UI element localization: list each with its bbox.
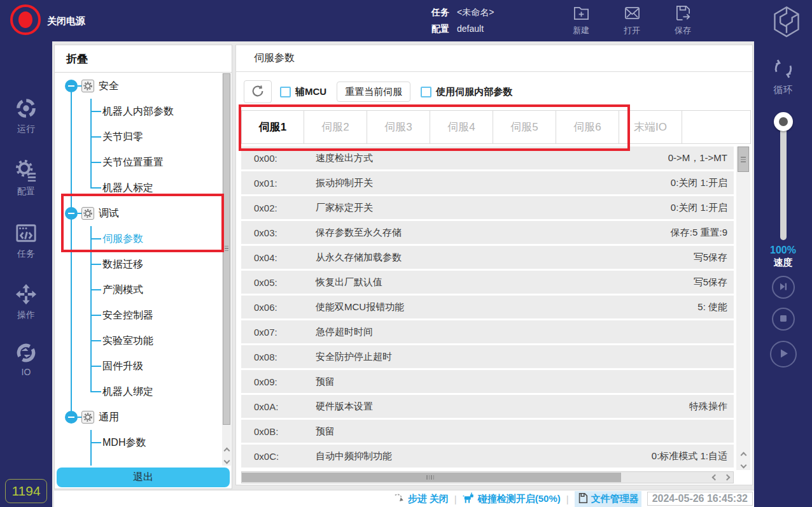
table-row[interactable]: 0x07: 急停超时时间 — [241, 320, 734, 343]
tree-item[interactable]: 固件升级 — [55, 353, 221, 379]
tree-item[interactable]: 机器人内部参数 — [55, 99, 221, 124]
table-row[interactable]: 0x00: 速度检出方式 0->M，1->MT — [241, 146, 734, 169]
servo-tab[interactable]: 伺服5 — [493, 110, 556, 144]
param-address: 0x06: — [254, 302, 316, 313]
table-row[interactable]: 0x05: 恢复出厂默认值 写5保存 — [241, 271, 734, 294]
power-button[interactable] — [10, 4, 41, 35]
collision-detect-toggle[interactable]: 碰撞检测开启(50%) — [463, 492, 561, 506]
new-folder-icon — [573, 14, 590, 24]
table-row[interactable]: 0x08: 安全防护停止超时 — [241, 345, 734, 368]
step-mode-toggle[interactable]: 步进 关闭 — [394, 492, 449, 506]
right-sidebar: 循环 100% 速度 — [754, 41, 812, 507]
stop-button[interactable] — [772, 308, 795, 331]
open-task-button[interactable]: 打开 — [613, 4, 650, 36]
aux-mcu-label: 辅MCU — [295, 86, 326, 98]
table-row[interactable]: 0x04: 从永久存储加载参数 写5保存 — [241, 246, 734, 269]
table-row[interactable]: 0x0B: 预留 — [241, 420, 734, 443]
tree-item[interactable]: 关节归零 — [55, 124, 221, 150]
param-name: 硬件版本设置 — [316, 401, 373, 413]
exit-button[interactable]: 退出 — [57, 468, 230, 487]
param-address: 0x04: — [254, 252, 316, 263]
speed-slider-track[interactable] — [780, 118, 787, 240]
tree-group-row[interactable]: 通用 — [55, 404, 221, 430]
play-button[interactable] — [770, 341, 797, 368]
config-value: default — [457, 20, 484, 37]
servo-tab[interactable]: 伺服6 — [556, 110, 619, 144]
tree-group-row[interactable]: 调试 — [55, 201, 221, 226]
tree-scrollbar[interactable] — [222, 73, 231, 466]
tree-item[interactable]: 安全控制器 — [55, 303, 221, 328]
table-row[interactable]: 0x01: 振动抑制开关 0:关闭 1:开启 — [241, 171, 734, 194]
param-value: 特殊操作 — [689, 401, 727, 413]
gear-icon — [15, 173, 37, 183]
scroll-down-icon[interactable] — [740, 462, 746, 469]
tree-children: MDH参数 — [55, 430, 221, 455]
param-name: 保存参数至永久存储 — [316, 227, 402, 239]
aux-mcu-checkbox[interactable] — [280, 87, 291, 97]
param-value: 0->M，1->MT — [668, 152, 727, 164]
servo-tab[interactable]: 伺服4 — [430, 110, 493, 144]
table-row[interactable]: 0x0C: 自动中频抑制功能 0:标准模式 1:自适 — [241, 445, 734, 468]
collapse-minus-icon[interactable] — [65, 80, 78, 92]
scroll-left-icon[interactable] — [712, 475, 718, 481]
table-hscroll-thumb[interactable] — [242, 473, 621, 482]
table-row[interactable]: 0x09: 预留 — [241, 370, 734, 393]
loop-mode[interactable]: 循环 — [754, 57, 812, 96]
tree-item[interactable]: 关节位置重置 — [55, 150, 221, 175]
new-task-button[interactable]: 新建 — [563, 4, 599, 36]
tree-item[interactable]: 机器人标定 — [55, 175, 221, 201]
sidebar-item-operate[interactable]: 操作 — [0, 283, 52, 321]
file-manager-disk-icon — [577, 492, 589, 506]
servo-tab[interactable]: 伺服1 — [241, 110, 304, 144]
tree-group-row[interactable]: 安全 — [55, 73, 221, 99]
table-vertical-scrollbar[interactable] — [736, 146, 750, 470]
table-vscroll-thumb[interactable] — [738, 146, 749, 172]
reset-servo-button[interactable]: 重置当前伺服 — [337, 82, 410, 102]
scroll-up-icon[interactable] — [740, 452, 746, 459]
tree-item[interactable]: 产测模式 — [55, 277, 221, 303]
tree-item[interactable]: 机器人绑定 — [55, 379, 221, 404]
tree-item[interactable]: 数据迁移 — [55, 252, 221, 277]
param-value: 保存:5 重置:9 — [671, 227, 727, 239]
config-label: 配置 — [431, 20, 449, 37]
servo-tab[interactable]: 末端IO — [619, 110, 682, 144]
sidebar-item-config[interactable]: 配置 — [0, 160, 52, 197]
tree-content: 安全 机器人内部参数关节归零关节位置重置机器人标定 调试 伺服参数数据迁移产测模… — [55, 73, 221, 466]
use-internal-params-checkbox[interactable] — [421, 87, 431, 97]
speed-slider-knob[interactable] — [774, 112, 793, 131]
tree-collapse-header[interactable]: 折叠 — [55, 45, 232, 73]
sidebar-item-io[interactable]: IO — [0, 343, 52, 377]
param-value: 0:关闭 1:开启 — [671, 177, 727, 189]
speed-percent: 100% — [754, 245, 812, 256]
servo-tab[interactable]: 伺服3 — [367, 110, 430, 144]
param-name: 速度检出方式 — [316, 152, 373, 164]
tab-filler — [682, 110, 751, 144]
save-button[interactable]: 保存 — [664, 4, 701, 36]
param-address: 0x01: — [254, 178, 316, 189]
param-name: 急停超时时间 — [316, 326, 373, 338]
file-manager-button[interactable]: 文件管理器 — [575, 491, 641, 507]
table-horizontal-scrollbar[interactable] — [241, 471, 734, 483]
tree-group-label: 通用 — [99, 411, 119, 424]
scroll-down-icon[interactable] — [223, 458, 230, 464]
refresh-button[interactable] — [244, 80, 272, 103]
sidebar-item-task[interactable]: 任务 — [0, 222, 52, 260]
table-row[interactable]: 0x02: 厂家标定开关 0:关闭 1:开启 — [241, 196, 734, 219]
tree-item[interactable]: 伺服参数 — [55, 226, 221, 252]
tree-item[interactable]: 实验室功能 — [55, 328, 221, 353]
servo-tab[interactable]: 伺服2 — [304, 110, 367, 144]
tree-scrollbar-thumb[interactable] — [223, 73, 230, 425]
tree-item[interactable]: MDH参数 — [55, 430, 221, 455]
scroll-up-icon[interactable] — [223, 448, 230, 454]
param-name: 恢复出厂默认值 — [316, 276, 382, 289]
collapse-minus-icon[interactable] — [65, 411, 78, 424]
table-row[interactable]: 0x0A: 硬件版本设置 特殊操作 — [241, 395, 734, 418]
step-forward-button[interactable] — [772, 276, 795, 299]
tree-group-safety: 安全 机器人内部参数关节归零关节位置重置机器人标定 — [55, 73, 221, 201]
param-address: 0x0A: — [254, 401, 316, 412]
scroll-right-icon[interactable] — [724, 475, 731, 481]
table-row[interactable]: 0x06: 使能双MCU报错功能 5: 使能 — [241, 296, 734, 318]
sidebar-item-run[interactable]: 运行 — [0, 97, 52, 135]
collapse-minus-icon[interactable] — [65, 207, 78, 220]
table-row[interactable]: 0x03: 保存参数至永久存储 保存:5 重置:9 — [241, 221, 734, 244]
